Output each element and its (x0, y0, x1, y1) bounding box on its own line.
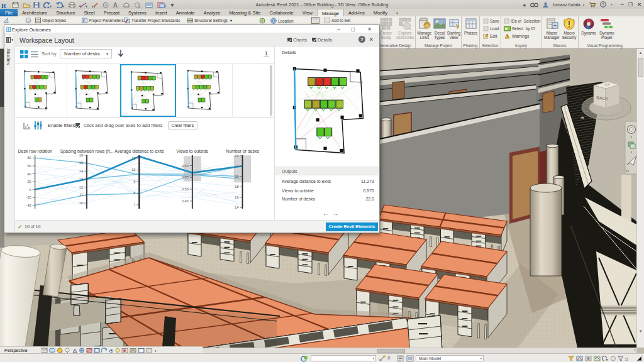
svg-text:11: 11 (79, 193, 83, 197)
svg-text:24: 24 (235, 154, 238, 158)
svg-text:7: 7 (133, 203, 135, 207)
svg-text:-40: -40 (26, 204, 31, 207)
svg-text:0.50: 0.50 (182, 187, 189, 191)
svg-text:20: 20 (27, 180, 31, 184)
svg-text:0.60: 0.60 (182, 164, 189, 168)
svg-text:Views to outside: Views to outside (176, 149, 208, 153)
svg-text:11: 11 (132, 156, 136, 160)
svg-text:▾: ▾ (86, 4, 87, 8)
svg-text:80: 80 (27, 156, 31, 160)
svg-text:10: 10 (131, 168, 135, 172)
svg-text:15: 15 (79, 161, 83, 165)
svg-text:R: R (1, 2, 7, 9)
svg-text:8: 8 (133, 191, 135, 195)
svg-text:22: 22 (235, 164, 238, 168)
svg-text:14: 14 (79, 169, 83, 173)
svg-text:Average distance to exits: Average distance to exits (114, 149, 164, 154)
svg-text:Number of desks: Number of desks (226, 149, 259, 153)
svg-text:▾: ▾ (164, 4, 166, 8)
svg-text:▾: ▾ (62, 4, 64, 8)
svg-text:A: A (113, 2, 118, 8)
svg-text::0: :0 (625, 357, 628, 361)
svg-text:0.45: 0.45 (182, 199, 189, 203)
svg-text:16: 16 (235, 195, 238, 199)
svg-text:Desk row rotation: Desk row rotation (18, 149, 52, 153)
svg-text:0: 0 (30, 188, 31, 192)
svg-text:9: 9 (133, 180, 135, 184)
svg-text:13: 13 (79, 177, 83, 181)
svg-text:16: 16 (79, 153, 83, 157)
svg-text:40: 40 (27, 172, 31, 176)
svg-text:▾: ▾ (50, 4, 52, 8)
svg-text:?: ? (602, 3, 604, 7)
svg-text:60: 60 (27, 164, 31, 168)
svg-text:0.55: 0.55 (182, 175, 189, 179)
svg-text:-20: -20 (26, 195, 31, 199)
svg-text:14: 14 (235, 206, 238, 209)
svg-text:18: 18 (235, 185, 238, 189)
svg-text:BACK: BACK (596, 96, 609, 101)
svg-text:20: 20 (235, 175, 238, 178)
svg-text:10: 10 (79, 201, 83, 205)
svg-text:Spacing between rows (ft...: Spacing between rows (ft... (60, 149, 113, 154)
svg-text:12: 12 (79, 185, 83, 189)
svg-text:P: P (83, 19, 86, 23)
